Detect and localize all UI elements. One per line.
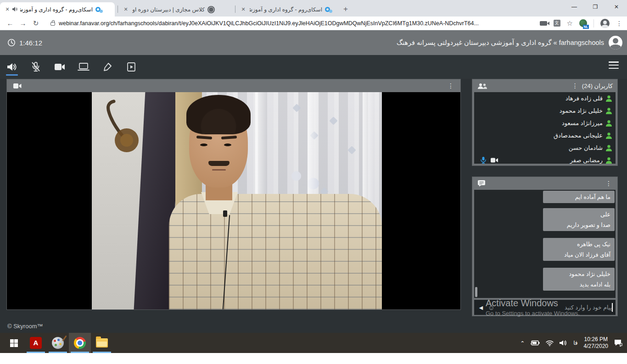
minimize-button[interactable]: — <box>564 0 585 14</box>
send-message-icon[interactable]: ◄ <box>474 304 488 311</box>
volume-icon[interactable] <box>560 340 567 346</box>
tab-close-icon[interactable]: ✕ <box>240 6 247 13</box>
user-row[interactable]: شادمان حسن <box>474 142 616 154</box>
tab-close-icon[interactable]: ✕ <box>122 6 129 13</box>
clock-icon <box>7 39 16 47</box>
translate-icon[interactable]: 文 <box>554 20 560 27</box>
tab-skyroom-active[interactable]: ✕ اسکای‌روم - گروه اداری و آموزش <box>0 2 115 17</box>
users-list[interactable]: قلی زاده فرهاد خلیلی نژاد محمود میرزانژا… <box>474 92 616 164</box>
online-user-icon <box>606 95 612 102</box>
camera-on-icon <box>491 158 498 163</box>
text-caret <box>612 303 613 312</box>
reload-icon[interactable]: ↻ <box>29 19 42 28</box>
speaker-button[interactable] <box>0 55 24 79</box>
tab-skyroom-2[interactable]: ✕ اسکای‌روم - گروه اداری و آموزشی د <box>236 2 336 17</box>
online-user-icon <box>606 120 612 127</box>
tab-separator <box>118 6 118 13</box>
online-user-icon <box>606 145 612 151</box>
new-tab-button[interactable]: + <box>340 4 352 16</box>
video-camera-icon <box>13 83 22 89</box>
taskbar-date: 4/27/2020 <box>584 343 608 350</box>
window-controls: — ❐ ✕ <box>564 0 627 14</box>
screen-share-button[interactable] <box>72 55 95 79</box>
online-user-icon <box>606 108 612 114</box>
user-row[interactable]: قلی زاده فرهاد <box>474 92 616 105</box>
taskbar-paint-app[interactable] <box>47 333 69 353</box>
users-panel-header: ⋮ کاربران (24) <box>472 79 617 92</box>
user-row[interactable]: علیجانی محمدصادق <box>474 129 616 142</box>
windows-taskbar: A ⌃ فا 10:26 PM 4/27/2020 <box>0 333 627 353</box>
whiteboard-button[interactable] <box>95 55 119 79</box>
chrome-icon <box>74 337 86 349</box>
chat-options-icon[interactable]: ⋮ <box>605 180 612 187</box>
tab-title: کلاس مجازی | دبیرستان دوره اول فر <box>132 6 205 13</box>
users-icon <box>478 83 487 89</box>
windows-logo-icon <box>10 339 18 347</box>
app-toolbar <box>0 55 627 79</box>
user-row[interactable]: خلیلی نژاد محمود <box>474 105 616 117</box>
maximize-button[interactable]: ❐ <box>585 0 606 14</box>
taskbar-file-explorer[interactable] <box>91 333 113 353</box>
mic-on-icon <box>481 157 486 164</box>
tab-title: اسکای‌روم - گروه اداری و آموزشی د <box>250 6 322 13</box>
users-options-icon[interactable]: ⋮ <box>572 82 578 89</box>
divider <box>593 19 594 28</box>
taskbar-acrobat[interactable]: A <box>25 333 47 353</box>
profile-avatar-icon[interactable] <box>600 19 610 28</box>
browser-tab-strip: ✕ اسکای‌روم - گروه اداری و آموزش ✕ کلاس … <box>0 0 627 17</box>
palette-icon <box>52 337 64 349</box>
users-title: کاربران (24) <box>582 83 613 89</box>
emoji-icon[interactable]: ☺ <box>488 303 495 311</box>
url-text: webinar.fanavar.org/ch/farhangschools/da… <box>59 20 479 27</box>
acrobat-icon: A <box>30 337 42 349</box>
start-button[interactable] <box>3 333 25 353</box>
extension-badge: NL <box>583 25 589 29</box>
app-header: 1:46:12 farhangschools » گروه اداری و آم… <box>0 30 627 55</box>
address-bar[interactable]: webinar.fanavar.org/ch/farhangschools/da… <box>46 18 536 29</box>
globe-favicon-icon <box>207 6 215 13</box>
webcam-video-content <box>92 92 382 309</box>
extension-icon[interactable]: NL <box>579 19 587 27</box>
system-tray: ⌃ فا 10:26 PM 4/27/2020 <box>520 333 627 353</box>
tab-audio-icon <box>12 6 17 13</box>
chat-input-row: ◄ ☺ <box>474 300 616 315</box>
chat-scrollbar[interactable] <box>475 287 477 297</box>
screen-bottom-margin <box>0 353 627 364</box>
forward-icon[interactable]: → <box>17 19 29 27</box>
room-title: farhangschools » گروه اداری و آموزشی دبی… <box>397 39 604 46</box>
chat-message: نیک پی طاهره آقای فرزاد الان میاد <box>543 238 615 261</box>
wifi-icon[interactable] <box>546 340 554 346</box>
webcam-button[interactable] <box>48 55 72 79</box>
media-player-button[interactable] <box>119 55 143 79</box>
taskbar-chrome[interactable] <box>69 333 91 353</box>
menu-hamburger-icon[interactable] <box>609 61 619 69</box>
tab-close-icon[interactable]: ✕ <box>4 6 11 13</box>
online-user-icon <box>606 157 612 164</box>
keyboard-language-indicator[interactable]: فا <box>573 340 577 346</box>
video-options-icon[interactable]: ⋮ <box>448 82 454 89</box>
chat-bubble-icon <box>478 180 485 187</box>
action-center-icon[interactable] <box>614 339 622 347</box>
video-panel: ⋮ <box>6 79 461 310</box>
chat-messages[interactable]: ما هم آماده ایم علی صدا و تصویر داریم نی… <box>474 190 616 298</box>
skyroom-favicon-icon <box>95 6 103 13</box>
tray-expand-icon[interactable]: ⌃ <box>520 340 525 347</box>
microphone-muted-button[interactable] <box>24 55 48 79</box>
browser-menu-icon[interactable]: ⋮ <box>616 20 622 27</box>
skyroom-copyright: © Skyroom™ <box>7 323 43 330</box>
bookmark-star-icon[interactable]: ☆ <box>567 19 573 28</box>
user-row[interactable]: میرزانژاد مسعود <box>474 117 616 129</box>
back-icon[interactable]: ← <box>4 19 17 27</box>
close-button[interactable]: ✕ <box>606 0 627 14</box>
media-camera-icon[interactable] <box>540 21 547 26</box>
tab-separator <box>235 6 235 13</box>
tab-virtual-class[interactable]: ✕ کلاس مجازی | دبیرستان دوره اول فر <box>118 2 233 17</box>
chat-panel: ⋮ ما هم آماده ایم علی صدا و تصویر داریم … <box>472 176 618 316</box>
battery-icon[interactable] <box>531 340 540 346</box>
user-row-speaking[interactable]: رمضانی صفر <box>474 154 616 164</box>
user-avatar-icon[interactable] <box>609 36 622 50</box>
chat-message: ما هم آماده ایم <box>543 191 615 203</box>
chat-input[interactable] <box>495 300 616 315</box>
taskbar-clock[interactable]: 10:26 PM 4/27/2020 <box>584 336 608 350</box>
tab-title: اسکای‌روم - گروه اداری و آموزش <box>20 6 93 13</box>
